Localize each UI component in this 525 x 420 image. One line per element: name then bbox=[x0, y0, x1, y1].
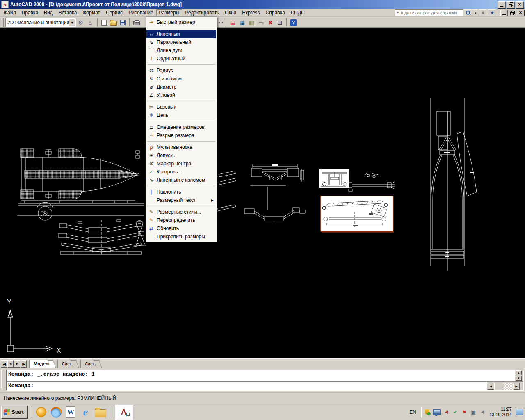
menu-item-baseline[interactable]: ⊨Базовый bbox=[146, 103, 216, 111]
drawing-canvas[interactable]: Y X bbox=[0, 28, 525, 358]
menubar-item-format[interactable]: Формат bbox=[80, 9, 103, 16]
favorites-button[interactable]: ★ bbox=[488, 9, 496, 16]
menu-item-tolerance[interactable]: ⊞Допуск... bbox=[146, 151, 216, 160]
menu-item-diameter[interactable]: ⌀Диаметр bbox=[146, 83, 216, 91]
command-history[interactable]: Команда: _.erase найдено: 1 bbox=[7, 370, 515, 381]
taskbar-button-autocad[interactable]: A bbox=[115, 405, 133, 420]
taskbar-grip[interactable] bbox=[110, 406, 112, 418]
tray-volume-icon[interactable]: ◀) bbox=[479, 409, 486, 415]
quicklaunch-word-button[interactable]: W bbox=[64, 405, 78, 419]
help-search-input[interactable] bbox=[395, 9, 463, 16]
clean-screen-button[interactable]: ▭ bbox=[256, 18, 266, 27]
scroll-left-button[interactable]: ◀ bbox=[488, 383, 494, 390]
flyout-arrow-icon[interactable]: ▾ bbox=[218, 21, 221, 24]
menubar-item-file[interactable]: Файл bbox=[1, 9, 19, 16]
menubar-item-window[interactable]: Окно bbox=[222, 9, 239, 16]
tray-antivirus-shield-icon[interactable] bbox=[424, 409, 431, 415]
menu-item-multileader[interactable]: ρМультивыноска bbox=[146, 143, 216, 151]
tray-problem-reports-icon[interactable]: ⚑ bbox=[461, 409, 468, 415]
menu-item-override[interactable]: ✎Переопределить bbox=[146, 216, 216, 224]
menubar-item-express[interactable]: Express bbox=[239, 9, 262, 16]
menu-item-reassociate[interactable]: Прикрепить размеры bbox=[146, 233, 216, 241]
doc-minimize-button[interactable] bbox=[500, 10, 508, 16]
clock[interactable]: 11:27 13.10.2014 bbox=[488, 406, 513, 418]
taskbar-grip[interactable] bbox=[30, 406, 32, 418]
search-options-button[interactable]: ▾ bbox=[473, 9, 478, 16]
menu-item-dim-style[interactable]: ✎Размерные стили... bbox=[146, 208, 216, 216]
communication-center-button[interactable]: ⌖ bbox=[479, 9, 487, 16]
close-button[interactable]: × bbox=[516, 1, 524, 8]
quicklaunch-firefox-button[interactable] bbox=[49, 405, 64, 419]
restore-button[interactable] bbox=[507, 1, 515, 8]
quicklaunch-lotus-notes-button[interactable] bbox=[34, 405, 49, 419]
tab-лист1[interactable]: Лист1 bbox=[57, 360, 77, 368]
save-button[interactable] bbox=[118, 18, 128, 27]
tab-scroll-button-2[interactable]: ▶ bbox=[14, 360, 20, 368]
tab-scroll-button-0[interactable]: |◀ bbox=[1, 360, 7, 368]
scroll-up-button[interactable]: ▲ bbox=[516, 370, 522, 375]
help-button[interactable]: ? bbox=[289, 18, 298, 27]
markup-set-manager-button[interactable]: ▥ bbox=[247, 18, 256, 27]
quicklaunch-internet-explorer-button[interactable]: e bbox=[78, 405, 93, 419]
tray-network-icon[interactable]: ▣ bbox=[470, 409, 477, 415]
menu-item-radius[interactable]: ⊚Радиус bbox=[146, 66, 216, 75]
raster-image-2-selected[interactable] bbox=[321, 196, 394, 232]
tab-scroll-button-3[interactable]: ▶| bbox=[21, 360, 27, 368]
menubar-item-draw[interactable]: Рисование bbox=[126, 9, 156, 16]
menubar-item-edit[interactable]: Правка bbox=[19, 9, 41, 16]
open-file-button[interactable] bbox=[109, 18, 118, 27]
quicklaunch-file-explorer-button[interactable] bbox=[93, 405, 108, 419]
drawing-area[interactable]: Y X bbox=[0, 28, 525, 358]
menubar-item-modify[interactable]: Редактировать bbox=[182, 9, 222, 16]
tab-модель[interactable]: Модель bbox=[29, 360, 54, 368]
menu-item-angular[interactable]: ∠Угловой bbox=[146, 91, 216, 99]
menubar-item-spds[interactable]: СПДС bbox=[288, 9, 308, 16]
language-indicator[interactable]: EN bbox=[408, 409, 418, 415]
menu-item-oblique[interactable]: ∥Наклонить bbox=[146, 188, 216, 196]
flyout-arrow-icon[interactable]: ▾ bbox=[221, 21, 224, 24]
start-button[interactable]: Start bbox=[1, 406, 28, 419]
menu-item-update[interactable]: ⇄Обновить bbox=[146, 224, 216, 233]
menubar-item-insert[interactable]: Вставка bbox=[56, 9, 80, 16]
menu-item-inspect[interactable]: ✓Контроль... bbox=[146, 168, 216, 176]
show-desktop-button[interactable] bbox=[516, 409, 523, 415]
workspace-combo[interactable]: 2D Рисование и аннотации ▼ bbox=[5, 18, 76, 27]
command-input[interactable]: Команда: bbox=[7, 382, 487, 390]
menu-item-dim-space[interactable]: ≣Смещение размеров bbox=[146, 123, 216, 131]
menu-item-jogged-linear[interactable]: ∿Линейный с изломом bbox=[146, 176, 216, 184]
menu-item-aligned[interactable]: ⇘Параллельный bbox=[146, 38, 216, 46]
minimize-button[interactable] bbox=[498, 1, 506, 8]
autocad-app-icon[interactable]: A bbox=[1, 1, 9, 8]
menu-item-continue[interactable]: ⋕Цепь bbox=[146, 111, 216, 119]
erase-markup-button[interactable]: ✘ bbox=[266, 18, 275, 27]
scrollbar-track[interactable] bbox=[504, 383, 513, 390]
tool-palettes-button[interactable]: ▤ bbox=[228, 18, 237, 27]
plot-button[interactable] bbox=[132, 18, 141, 27]
menu-item-center-mark[interactable]: ⊕Маркер центра bbox=[146, 160, 216, 168]
toolbar-grip[interactable] bbox=[96, 18, 98, 27]
tray-update-ready-icon[interactable]: ✔ bbox=[452, 409, 459, 415]
new-file-button[interactable] bbox=[99, 18, 109, 27]
tab-scroll-button-1[interactable]: ◀ bbox=[7, 360, 14, 368]
search-button[interactable] bbox=[464, 9, 472, 16]
menubar-item-view[interactable]: Вид bbox=[41, 9, 56, 16]
tray-volume-scheme-icon[interactable]: ◀) bbox=[443, 409, 450, 415]
sheetset-manager-button[interactable]: ▦ bbox=[237, 18, 247, 27]
menu-item-arc-length[interactable]: ⌒Длина дуги bbox=[146, 46, 216, 55]
scroll-down-button[interactable]: ▼ bbox=[516, 376, 522, 381]
scroll-right-button[interactable]: ▶ bbox=[513, 383, 520, 390]
menubar-item-tools[interactable]: Сервис bbox=[103, 9, 126, 16]
workspace-settings-button[interactable]: ⚙ bbox=[76, 18, 85, 27]
menu-item-jogged[interactable]: ↯С изломом bbox=[146, 75, 216, 83]
doc-close-button[interactable]: × bbox=[517, 10, 524, 16]
scrollbar-thumb[interactable] bbox=[494, 383, 504, 390]
chevron-down-icon[interactable]: ▼ bbox=[69, 19, 75, 26]
menu-item-linear[interactable]: ↔Линейный bbox=[146, 30, 216, 38]
workspace-home-button[interactable]: ⌂ bbox=[85, 18, 95, 27]
raster-image-1[interactable] bbox=[319, 169, 349, 188]
menu-item-quick-dim[interactable]: ⇥Быстрый размер bbox=[146, 18, 216, 26]
tab-лист2[interactable]: Лист2 bbox=[80, 360, 100, 368]
menu-item-ordinate[interactable]: ⊥Ординатный bbox=[146, 55, 216, 63]
doc-restore-button[interactable] bbox=[509, 10, 516, 16]
quickcalc-button[interactable]: ⊞ bbox=[275, 18, 285, 27]
